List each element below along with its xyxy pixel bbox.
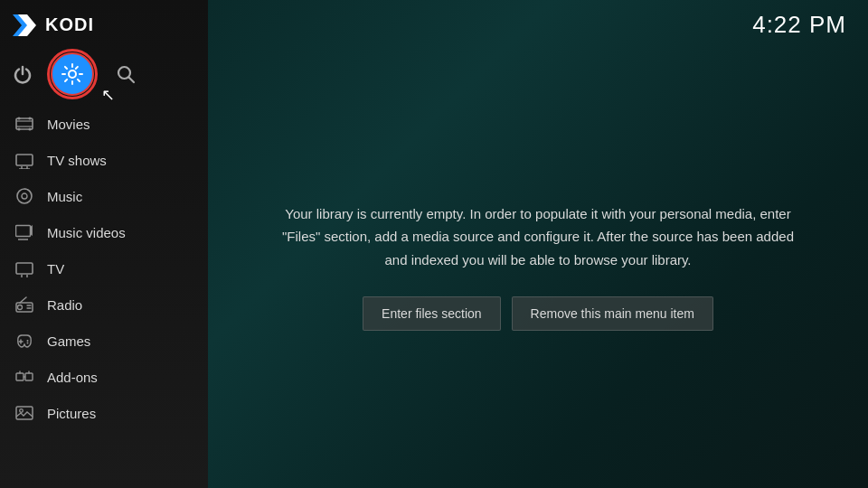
svg-rect-5 <box>16 118 33 129</box>
cursor: ↖ <box>101 85 115 105</box>
svg-rect-37 <box>16 407 33 419</box>
remove-menu-item-button[interactable]: Remove this main menu item <box>512 296 713 331</box>
center-area: Your library is currently empty. In orde… <box>208 45 868 488</box>
svg-line-4 <box>129 78 135 83</box>
sidebar-item-games[interactable]: Games <box>0 323 208 359</box>
svg-rect-21 <box>16 263 33 274</box>
svg-point-6 <box>18 117 21 120</box>
svg-point-8 <box>29 117 32 120</box>
svg-point-38 <box>20 409 24 413</box>
svg-rect-24 <box>16 303 33 312</box>
nav-menu: Movies TV shows <box>0 106 208 488</box>
gear-icon <box>61 62 84 86</box>
app-container: KODI ↖ <box>0 0 868 488</box>
svg-point-25 <box>18 305 23 310</box>
kodi-logo-icon <box>9 11 38 40</box>
main-content: 4:22 PM Your library is currently empty.… <box>208 0 868 488</box>
svg-point-7 <box>18 128 21 131</box>
sidebar-item-addons-label: Add-ons <box>47 370 98 385</box>
svg-point-30 <box>27 340 29 342</box>
sidebar-item-pictures[interactable]: Pictures <box>0 395 208 431</box>
sidebar-item-games-label: Games <box>47 333 90 349</box>
settings-button[interactable]: ↖ <box>51 52 94 96</box>
sidebar-item-movies-label: Movies <box>47 117 90 132</box>
svg-marker-1 <box>18 14 36 36</box>
musicvideos-icon <box>14 222 34 242</box>
sidebar-header: KODI <box>0 0 208 50</box>
sidebar-item-radio[interactable]: Radio <box>0 286 208 323</box>
pictures-icon <box>14 403 34 423</box>
sidebar-item-tv[interactable]: TV <box>0 250 208 286</box>
power-icon <box>13 64 33 84</box>
svg-point-31 <box>27 343 29 344</box>
svg-rect-12 <box>16 155 33 165</box>
music-icon <box>14 186 34 206</box>
empty-library-message: Your library is currently empty. In orde… <box>280 202 796 272</box>
sidebar-item-musicvideos-label: Music videos <box>47 225 126 240</box>
sidebar-item-music[interactable]: Music <box>0 178 208 214</box>
sidebar-item-tv-label: TV <box>47 261 64 277</box>
app-title: KODI <box>45 14 94 35</box>
sidebar-item-addons[interactable]: Add-ons <box>0 359 208 395</box>
svg-point-9 <box>29 128 32 131</box>
sidebar-item-radio-label: Radio <box>47 297 82 313</box>
sidebar-item-tvshows-label: TV shows <box>47 153 107 168</box>
top-bar: 4:22 PM <box>208 0 868 45</box>
tv-icon <box>14 258 34 278</box>
search-button[interactable] <box>112 61 139 88</box>
svg-rect-33 <box>25 373 33 380</box>
sidebar-item-movies[interactable]: Movies <box>0 106 208 142</box>
svg-point-17 <box>22 193 27 199</box>
search-icon <box>116 64 136 84</box>
time-display: 4:22 PM <box>752 11 846 39</box>
addons-icon <box>14 367 34 387</box>
power-button[interactable] <box>9 61 36 88</box>
svg-rect-32 <box>16 373 24 380</box>
radio-icon <box>14 295 34 314</box>
sidebar-item-pictures-label: Pictures <box>47 406 96 421</box>
games-icon <box>14 331 34 351</box>
svg-point-2 <box>69 70 76 78</box>
sidebar-item-tvshows[interactable]: TV shows <box>0 142 208 178</box>
sidebar-icons-row: ↖ <box>0 50 208 102</box>
svg-rect-18 <box>16 226 31 237</box>
enter-files-button[interactable]: Enter files section <box>363 296 501 331</box>
sidebar-item-musicvideos[interactable]: Music videos <box>0 214 208 250</box>
sidebar-item-music-label: Music <box>47 189 82 204</box>
action-buttons: Enter files section Remove this main men… <box>363 296 713 331</box>
svg-marker-19 <box>30 225 33 236</box>
sidebar: KODI ↖ <box>0 0 208 488</box>
movies-icon <box>14 114 34 134</box>
tvshows-icon <box>14 150 34 170</box>
